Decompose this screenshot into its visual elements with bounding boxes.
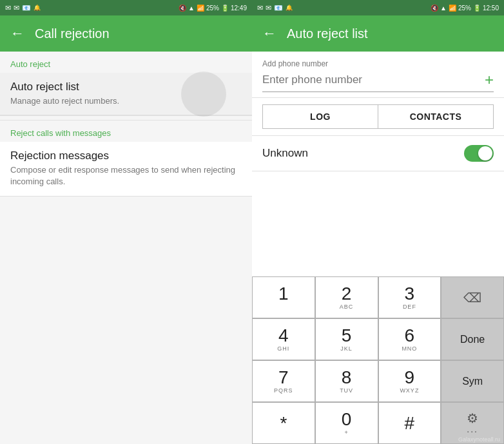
right-back-button[interactable]: ← <box>262 25 276 42</box>
numpad-row-3: 7 PQRS 8 TUV 9 WXYZ Sym <box>252 360 504 402</box>
backspace-icon: ⌫ <box>463 290 481 305</box>
left-page-title: Call rejection <box>35 26 110 41</box>
phone-input-row: + <box>262 71 494 92</box>
r-notification-icon: 🔔 <box>286 5 293 11</box>
key-1-main: 1 <box>278 285 289 303</box>
rejection-messages-title: Rejection messages <box>10 150 242 162</box>
key-3-main: 3 <box>405 285 415 303</box>
section-divider <box>0 115 252 121</box>
key-5-main: 5 <box>342 327 352 345</box>
r-time: 12:50 <box>483 5 499 12</box>
key-3-sub: DEF <box>403 304 416 310</box>
numpad-row-2: 4 GHI 5 JKL 6 MNO Done <box>252 318 504 360</box>
key-9-sub: WXYZ <box>400 387 419 394</box>
battery-text: 25% <box>206 5 219 12</box>
key-2-main: 2 <box>342 285 352 303</box>
wifi-icon: ▲ <box>188 5 195 12</box>
key-sym[interactable]: Sym <box>441 360 504 402</box>
sym-label: Sym <box>462 376 483 387</box>
right-page-title: Auto reject list <box>287 26 368 41</box>
email-icon: ✉ <box>14 4 19 12</box>
key-0-main: 0 <box>342 410 352 429</box>
gear-icon: ⚙ <box>467 410 478 426</box>
contacts-button[interactable]: CONTACTS <box>378 104 494 129</box>
left-back-button[interactable]: ← <box>10 25 24 42</box>
key-9[interactable]: 9 WXYZ <box>378 360 441 402</box>
unknown-toggle[interactable] <box>464 145 494 162</box>
key-7[interactable]: 7 PQRS <box>252 360 315 402</box>
r-mail-icon: 📧 <box>274 4 283 12</box>
phone-input[interactable] <box>262 73 485 86</box>
notification-icon: 🔔 <box>34 5 41 11</box>
watermark: Galaxynoteall.ru <box>458 436 500 443</box>
right-status-bar: ✉ ✉ 📧 🔔 🔇 ▲ 📶 25% 🔋 12:50 <box>252 0 504 15</box>
key-4[interactable]: 4 GHI <box>252 318 315 360</box>
mail-icon: 📧 <box>22 4 31 12</box>
right-panel: ✉ ✉ 📧 🔔 🔇 ▲ 📶 25% 🔋 12:50 ← Auto reject … <box>252 0 504 444</box>
right-top-bar: ← Auto reject list <box>252 15 504 52</box>
done-label: Done <box>460 334 485 345</box>
key-backspace[interactable]: ⌫ <box>441 276 504 318</box>
log-button[interactable]: LOG <box>262 104 378 129</box>
r-mute-icon: 🔇 <box>431 5 438 12</box>
signal-icon: 📶 <box>197 5 204 12</box>
rejection-messages-item[interactable]: Rejection messages Compose or edit respo… <box>0 142 252 196</box>
time-left: 12:49 <box>231 5 247 12</box>
right-status-icons: ✉ ✉ 📧 🔔 <box>257 4 293 12</box>
key-2-sub: ABC <box>340 304 354 310</box>
key-5-sub: JKL <box>340 345 353 352</box>
battery-icon: 🔋 <box>221 5 229 12</box>
key-0[interactable]: 0 + <box>315 402 378 444</box>
dots-icon: ··· <box>467 426 478 436</box>
key-8-main: 8 <box>342 369 352 387</box>
toggle-thumb <box>478 146 492 160</box>
key-8-sub: TUV <box>340 387 353 394</box>
key-9-main: 9 <box>405 369 415 387</box>
key-3[interactable]: 3 DEF <box>378 276 441 318</box>
r-signal-icon: 📶 <box>449 5 456 12</box>
r-email-icon: ✉ <box>266 4 271 12</box>
mute-icon: 🔇 <box>179 5 186 12</box>
unknown-label: Unknown <box>262 147 308 160</box>
key-0-sub: + <box>344 429 348 436</box>
key-1[interactable]: 1 <box>252 276 315 318</box>
rejection-messages-subtitle: Compose or edit response messages to sen… <box>10 164 242 188</box>
key-star-main: * <box>280 414 287 432</box>
left-status-bar: ✉ ✉ 📧 🔔 🔇 ▲ 📶 25% 🔋 12:49 <box>0 0 252 15</box>
left-status-right: 🔇 ▲ 📶 25% 🔋 12:49 <box>179 5 247 12</box>
numpad: 1 2 ABC 3 DEF ⌫ 4 GHI <box>252 276 504 444</box>
phone-input-label: Add phone number <box>262 59 494 68</box>
left-panel: ✉ ✉ 📧 🔔 🔇 ▲ 📶 25% 🔋 12:49 ← Call rejecti… <box>0 0 252 444</box>
content-spacer <box>252 171 504 276</box>
r-wifi-icon: ▲ <box>440 5 447 12</box>
right-content: Add phone number + LOG CONTACTS Unknown <box>252 52 504 444</box>
button-row: LOG CONTACTS <box>252 98 504 136</box>
unknown-row: Unknown <box>252 136 504 171</box>
auto-reject-list-item[interactable]: Auto reject list Manage auto reject numb… <box>0 73 252 115</box>
key-7-sub: PQRS <box>274 387 293 394</box>
key-8[interactable]: 8 TUV <box>315 360 378 402</box>
left-content: Auto reject Auto reject list Manage auto… <box>0 52 252 444</box>
key-5[interactable]: 5 JKL <box>315 318 378 360</box>
key-hash[interactable]: # <box>378 402 441 444</box>
key-1-sub <box>282 304 285 310</box>
key-6[interactable]: 6 MNO <box>378 318 441 360</box>
right-status-right: 🔇 ▲ 📶 25% 🔋 12:50 <box>431 5 499 12</box>
r-battery-icon: 🔋 <box>473 5 481 12</box>
key-star[interactable]: * <box>252 402 315 444</box>
key-7-main: 7 <box>278 369 289 387</box>
auto-reject-section-label: Auto reject <box>0 52 252 73</box>
phone-input-section: Add phone number + <box>252 52 504 98</box>
key-2[interactable]: 2 ABC <box>315 276 378 318</box>
key-4-sub: GHI <box>277 345 289 352</box>
reject-calls-section-label: Reject calls with messages <box>0 121 252 142</box>
r-message-icon: ✉ <box>257 4 263 12</box>
left-top-bar: ← Call rejection <box>0 15 252 52</box>
ripple-effect <box>181 72 226 117</box>
key-hash-main: # <box>405 414 415 432</box>
key-6-sub: MNO <box>402 345 417 352</box>
key-done[interactable]: Done <box>441 318 504 360</box>
add-phone-button[interactable]: + <box>485 71 494 89</box>
message-icon: ✉ <box>5 4 11 12</box>
numpad-row-1: 1 2 ABC 3 DEF ⌫ <box>252 276 504 318</box>
